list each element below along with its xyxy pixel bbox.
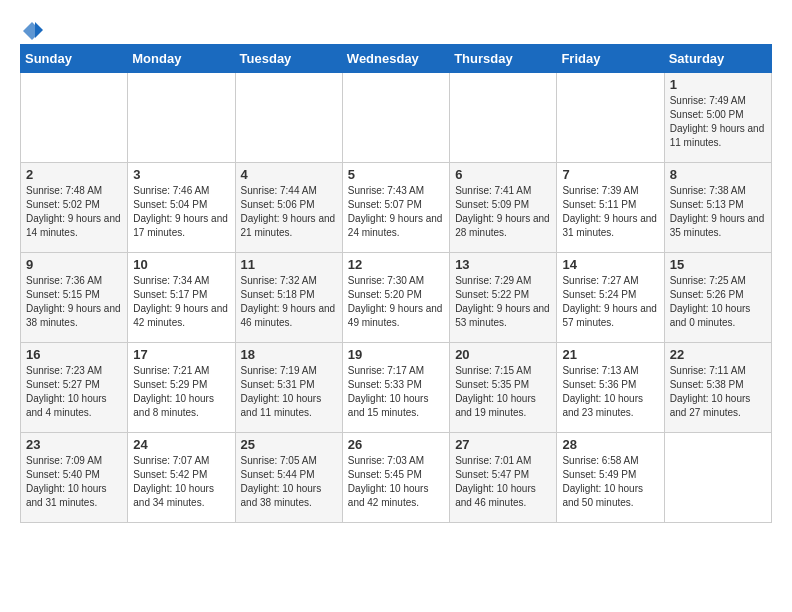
calendar-day-26: 26Sunrise: 7:03 AM Sunset: 5:45 PM Dayli… (342, 433, 449, 523)
calendar-day-5: 5Sunrise: 7:43 AM Sunset: 5:07 PM Daylig… (342, 163, 449, 253)
calendar-table: SundayMondayTuesdayWednesdayThursdayFrid… (20, 44, 772, 523)
calendar-day-3: 3Sunrise: 7:46 AM Sunset: 5:04 PM Daylig… (128, 163, 235, 253)
svg-marker-1 (35, 22, 43, 38)
weekday-header-thursday: Thursday (450, 45, 557, 73)
calendar-week-row: 9Sunrise: 7:36 AM Sunset: 5:15 PM Daylig… (21, 253, 772, 343)
day-info: Sunrise: 7:43 AM Sunset: 5:07 PM Dayligh… (348, 184, 444, 240)
calendar-day-1: 1Sunrise: 7:49 AM Sunset: 5:00 PM Daylig… (664, 73, 771, 163)
calendar-day-4: 4Sunrise: 7:44 AM Sunset: 5:06 PM Daylig… (235, 163, 342, 253)
day-number: 18 (241, 347, 337, 362)
day-info: Sunrise: 7:09 AM Sunset: 5:40 PM Dayligh… (26, 454, 122, 510)
calendar-day-28: 28Sunrise: 6:58 AM Sunset: 5:49 PM Dayli… (557, 433, 664, 523)
calendar-day-23: 23Sunrise: 7:09 AM Sunset: 5:40 PM Dayli… (21, 433, 128, 523)
day-number: 21 (562, 347, 658, 362)
day-info: Sunrise: 7:19 AM Sunset: 5:31 PM Dayligh… (241, 364, 337, 420)
day-info: Sunrise: 7:03 AM Sunset: 5:45 PM Dayligh… (348, 454, 444, 510)
day-number: 23 (26, 437, 122, 452)
calendar-day-20: 20Sunrise: 7:15 AM Sunset: 5:35 PM Dayli… (450, 343, 557, 433)
calendar-week-row: 2Sunrise: 7:48 AM Sunset: 5:02 PM Daylig… (21, 163, 772, 253)
calendar-day-12: 12Sunrise: 7:30 AM Sunset: 5:20 PM Dayli… (342, 253, 449, 343)
day-info: Sunrise: 7:13 AM Sunset: 5:36 PM Dayligh… (562, 364, 658, 420)
day-info: Sunrise: 6:58 AM Sunset: 5:49 PM Dayligh… (562, 454, 658, 510)
day-number: 4 (241, 167, 337, 182)
calendar-week-row: 23Sunrise: 7:09 AM Sunset: 5:40 PM Dayli… (21, 433, 772, 523)
day-info: Sunrise: 7:46 AM Sunset: 5:04 PM Dayligh… (133, 184, 229, 240)
weekday-header-row: SundayMondayTuesdayWednesdayThursdayFrid… (21, 45, 772, 73)
day-number: 25 (241, 437, 337, 452)
calendar-day-24: 24Sunrise: 7:07 AM Sunset: 5:42 PM Dayli… (128, 433, 235, 523)
calendar-day-9: 9Sunrise: 7:36 AM Sunset: 5:15 PM Daylig… (21, 253, 128, 343)
day-info: Sunrise: 7:30 AM Sunset: 5:20 PM Dayligh… (348, 274, 444, 330)
day-info: Sunrise: 7:39 AM Sunset: 5:11 PM Dayligh… (562, 184, 658, 240)
weekday-header-friday: Friday (557, 45, 664, 73)
day-number: 17 (133, 347, 229, 362)
calendar-week-row: 16Sunrise: 7:23 AM Sunset: 5:27 PM Dayli… (21, 343, 772, 433)
calendar-day-6: 6Sunrise: 7:41 AM Sunset: 5:09 PM Daylig… (450, 163, 557, 253)
calendar-day-17: 17Sunrise: 7:21 AM Sunset: 5:29 PM Dayli… (128, 343, 235, 433)
day-number: 3 (133, 167, 229, 182)
day-number: 19 (348, 347, 444, 362)
calendar-empty-cell (450, 73, 557, 163)
day-number: 7 (562, 167, 658, 182)
day-info: Sunrise: 7:27 AM Sunset: 5:24 PM Dayligh… (562, 274, 658, 330)
calendar-week-row: 1Sunrise: 7:49 AM Sunset: 5:00 PM Daylig… (21, 73, 772, 163)
day-number: 10 (133, 257, 229, 272)
day-number: 14 (562, 257, 658, 272)
day-info: Sunrise: 7:41 AM Sunset: 5:09 PM Dayligh… (455, 184, 551, 240)
day-info: Sunrise: 7:21 AM Sunset: 5:29 PM Dayligh… (133, 364, 229, 420)
weekday-header-wednesday: Wednesday (342, 45, 449, 73)
day-number: 8 (670, 167, 766, 182)
day-number: 16 (26, 347, 122, 362)
day-info: Sunrise: 7:36 AM Sunset: 5:15 PM Dayligh… (26, 274, 122, 330)
weekday-header-monday: Monday (128, 45, 235, 73)
day-number: 1 (670, 77, 766, 92)
calendar-day-18: 18Sunrise: 7:19 AM Sunset: 5:31 PM Dayli… (235, 343, 342, 433)
calendar-empty-cell (557, 73, 664, 163)
calendar-day-25: 25Sunrise: 7:05 AM Sunset: 5:44 PM Dayli… (235, 433, 342, 523)
day-info: Sunrise: 7:07 AM Sunset: 5:42 PM Dayligh… (133, 454, 229, 510)
calendar-day-7: 7Sunrise: 7:39 AM Sunset: 5:11 PM Daylig… (557, 163, 664, 253)
day-number: 20 (455, 347, 551, 362)
calendar-day-16: 16Sunrise: 7:23 AM Sunset: 5:27 PM Dayli… (21, 343, 128, 433)
calendar-day-14: 14Sunrise: 7:27 AM Sunset: 5:24 PM Dayli… (557, 253, 664, 343)
day-number: 12 (348, 257, 444, 272)
page-header (20, 20, 772, 36)
calendar-day-27: 27Sunrise: 7:01 AM Sunset: 5:47 PM Dayli… (450, 433, 557, 523)
calendar-day-10: 10Sunrise: 7:34 AM Sunset: 5:17 PM Dayli… (128, 253, 235, 343)
calendar-empty-cell (342, 73, 449, 163)
day-number: 28 (562, 437, 658, 452)
day-info: Sunrise: 7:01 AM Sunset: 5:47 PM Dayligh… (455, 454, 551, 510)
calendar-day-8: 8Sunrise: 7:38 AM Sunset: 5:13 PM Daylig… (664, 163, 771, 253)
day-number: 11 (241, 257, 337, 272)
day-info: Sunrise: 7:49 AM Sunset: 5:00 PM Dayligh… (670, 94, 766, 150)
day-number: 2 (26, 167, 122, 182)
calendar-day-15: 15Sunrise: 7:25 AM Sunset: 5:26 PM Dayli… (664, 253, 771, 343)
calendar-day-13: 13Sunrise: 7:29 AM Sunset: 5:22 PM Dayli… (450, 253, 557, 343)
day-number: 24 (133, 437, 229, 452)
day-number: 6 (455, 167, 551, 182)
calendar-day-21: 21Sunrise: 7:13 AM Sunset: 5:36 PM Dayli… (557, 343, 664, 433)
day-number: 13 (455, 257, 551, 272)
logo-icon (21, 20, 43, 42)
logo (20, 20, 44, 36)
day-info: Sunrise: 7:15 AM Sunset: 5:35 PM Dayligh… (455, 364, 551, 420)
day-number: 15 (670, 257, 766, 272)
day-info: Sunrise: 7:34 AM Sunset: 5:17 PM Dayligh… (133, 274, 229, 330)
day-info: Sunrise: 7:38 AM Sunset: 5:13 PM Dayligh… (670, 184, 766, 240)
day-number: 22 (670, 347, 766, 362)
day-number: 5 (348, 167, 444, 182)
calendar-empty-cell (664, 433, 771, 523)
day-info: Sunrise: 7:29 AM Sunset: 5:22 PM Dayligh… (455, 274, 551, 330)
calendar-day-22: 22Sunrise: 7:11 AM Sunset: 5:38 PM Dayli… (664, 343, 771, 433)
day-info: Sunrise: 7:23 AM Sunset: 5:27 PM Dayligh… (26, 364, 122, 420)
day-info: Sunrise: 7:05 AM Sunset: 5:44 PM Dayligh… (241, 454, 337, 510)
weekday-header-saturday: Saturday (664, 45, 771, 73)
day-info: Sunrise: 7:25 AM Sunset: 5:26 PM Dayligh… (670, 274, 766, 330)
calendar-day-2: 2Sunrise: 7:48 AM Sunset: 5:02 PM Daylig… (21, 163, 128, 253)
day-number: 9 (26, 257, 122, 272)
calendar-empty-cell (235, 73, 342, 163)
calendar-empty-cell (128, 73, 235, 163)
weekday-header-sunday: Sunday (21, 45, 128, 73)
calendar-empty-cell (21, 73, 128, 163)
weekday-header-tuesday: Tuesday (235, 45, 342, 73)
